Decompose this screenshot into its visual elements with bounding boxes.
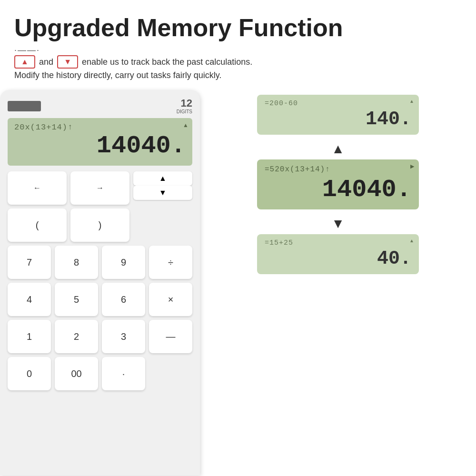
- desc-line2: Modify the history directly, carry out t…: [14, 70, 462, 80]
- down-inner-btn[interactable]: ▼: [133, 186, 192, 200]
- right-paren-btn[interactable]: ): [70, 208, 129, 242]
- digits-label: DIGITS: [177, 109, 192, 114]
- mini-bot-formula: =15+25: [265, 239, 411, 247]
- btn-2[interactable]: 2: [55, 320, 98, 353]
- enable-text: enable us to track back the past calcula…: [82, 56, 252, 69]
- btn-row-3: 7 8 9 ÷: [8, 246, 192, 279]
- mini-mid-result: 14040.: [265, 176, 411, 204]
- btn-00[interactable]: 00: [55, 357, 98, 390]
- mini-bot-result: 40.: [265, 248, 411, 269]
- subtitle-line: ▲ and ▼ enable us to track back the past…: [14, 55, 462, 69]
- mini-top-arrow: ▲: [409, 99, 414, 104]
- display-arrow: ▲: [183, 122, 188, 129]
- content-area: 12 DIGITS ▲ 20x(13+14)↑ 14040. ← → ▲ ▼: [0, 85, 476, 476]
- mini-display-bottom: ▲ =15+25 40.: [257, 234, 419, 274]
- left-paren-btn[interactable]: (: [8, 208, 67, 242]
- btn-row-1: ← → ▲ ▼: [8, 171, 192, 205]
- calc-header: 12 DIGITS: [8, 98, 192, 114]
- btn-6[interactable]: 6: [102, 283, 145, 316]
- display-result: 14040.: [14, 134, 186, 159]
- btn-dot[interactable]: ·: [102, 357, 145, 390]
- btn-row-5: 1 2 3 —: [8, 320, 192, 353]
- mini-top-result: 140.: [265, 109, 411, 130]
- bullet-decoration: ·——·: [14, 45, 462, 55]
- mini-top-formula: =200-60: [265, 99, 411, 108]
- btn-row-4: 4 5 6 ×: [8, 283, 192, 316]
- right-arrow-btn[interactable]: →: [70, 171, 129, 205]
- calculator-body: 12 DIGITS ▲ 20x(13+14)↑ 14040. ← → ▲ ▼: [0, 90, 200, 476]
- btn-row-6: 0 00 ·: [8, 357, 192, 390]
- btn-0[interactable]: 0: [8, 357, 51, 390]
- page-title: Upgraded Memory Function: [14, 14, 462, 41]
- btn-divide[interactable]: ÷: [149, 246, 192, 279]
- placeholder-btn-1: [133, 208, 192, 242]
- calc-display: ▲ 20x(13+14)↑ 14040.: [8, 118, 192, 166]
- up-inner-btn[interactable]: ▲: [133, 171, 192, 186]
- btn-minus[interactable]: —: [149, 320, 192, 353]
- and-text: and: [39, 56, 53, 69]
- right-section: ▲ =200-60 140. ▲ ▶ =520x(13+14)↑ 14040. …: [200, 85, 476, 476]
- btn-8[interactable]: 8: [55, 246, 98, 279]
- up-arrow-icon: ▲: [331, 141, 345, 157]
- btn-4[interactable]: 4: [8, 283, 51, 316]
- mini-display-top: ▲ =200-60 140.: [257, 95, 419, 135]
- down-arrow-icon: ▼: [331, 216, 345, 231]
- calculator-wrapper: 12 DIGITS ▲ 20x(13+14)↑ 14040. ← → ▲ ▼: [0, 85, 200, 476]
- left-arrow-btn[interactable]: ←: [8, 171, 67, 205]
- digits-number: 12: [177, 98, 192, 109]
- mini-mid-formula: =520x(13+14)↑: [265, 165, 411, 174]
- mini-mid-arrow: ▶: [410, 163, 414, 169]
- display-formula: 20x(13+14)↑: [14, 123, 186, 132]
- btn-placeholder-2: [149, 357, 192, 390]
- up-button-badge: ▲: [14, 55, 35, 69]
- btn-1[interactable]: 1: [8, 320, 51, 353]
- mini-display-middle: ▶ =520x(13+14)↑ 14040.: [257, 159, 419, 209]
- mini-bot-arrow: ▲: [409, 238, 414, 243]
- header-section: Upgraded Memory Function ·——· ▲ and ▼ en…: [0, 0, 476, 85]
- btn-5[interactable]: 5: [55, 283, 98, 316]
- digits-display: 12 DIGITS: [177, 98, 192, 114]
- btn-row-2: ( ): [8, 208, 192, 242]
- down-button-badge: ▼: [57, 55, 78, 69]
- solar-panel: [8, 101, 41, 111]
- btn-7[interactable]: 7: [8, 246, 51, 279]
- btn-multiply[interactable]: ×: [149, 283, 192, 316]
- calc-buttons: ← → ▲ ▼ ( ) 7 8 9: [8, 171, 192, 390]
- btn-9[interactable]: 9: [102, 246, 145, 279]
- up-down-group: ▲ ▼: [133, 171, 192, 205]
- btn-3[interactable]: 3: [102, 320, 145, 353]
